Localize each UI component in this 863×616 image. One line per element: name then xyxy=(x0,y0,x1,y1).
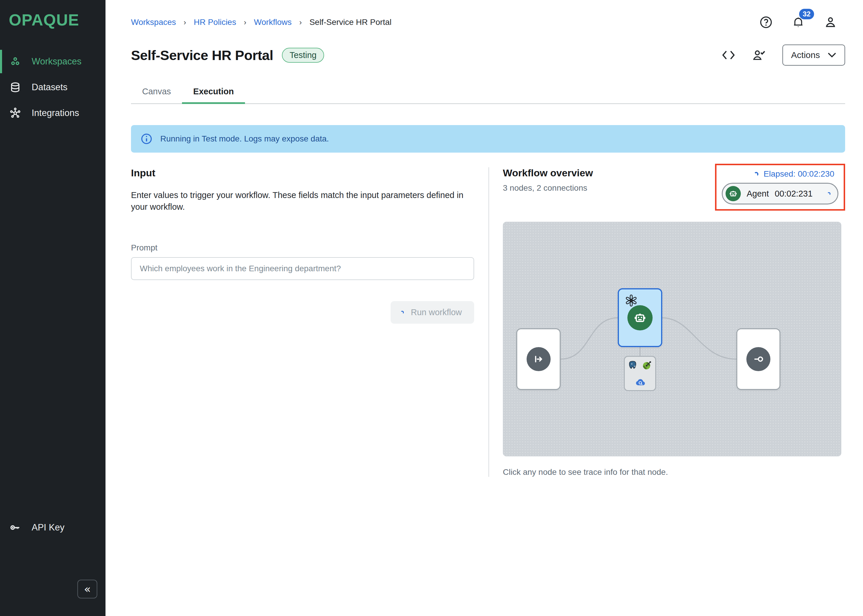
workflow-overview-section: Workflow overview 3 nodes, 2 connections… xyxy=(489,167,845,477)
input-section: Input Enter values to trigger your workf… xyxy=(131,167,488,477)
notifications-button[interactable]: 32 xyxy=(791,15,805,29)
actions-button[interactable]: Actions xyxy=(783,44,845,66)
sidebar-item-api-key[interactable]: API Key xyxy=(0,515,106,541)
postgresql-icon xyxy=(628,360,639,371)
agent-tools-box[interactable] xyxy=(624,356,656,391)
code-icon xyxy=(721,49,735,61)
account-button[interactable] xyxy=(824,15,838,29)
cloud-search-icon xyxy=(635,378,646,387)
banner-text: Running in Test mode. Logs may expose da… xyxy=(160,134,329,143)
breadcrumb-link-workspaces[interactable]: Workspaces xyxy=(131,17,176,27)
breadcrumb-link-hr-policies[interactable]: HR Policies xyxy=(194,17,236,27)
page-title: Self-Service HR Portal xyxy=(131,47,273,63)
agent-robot-icon xyxy=(627,305,653,330)
sidebar: OPAQUE Workspaces Datasets xyxy=(0,0,106,616)
code-view-button[interactable] xyxy=(721,48,735,62)
sidebar-item-label: Workspaces xyxy=(31,56,82,67)
input-description: Enter values to trigger your workflow. T… xyxy=(131,189,465,213)
input-node[interactable] xyxy=(517,328,561,390)
notification-badge: 32 xyxy=(799,9,814,19)
agent-pill-label: Agent xyxy=(746,189,769,199)
person-icon xyxy=(824,16,837,29)
dartboard-icon xyxy=(642,360,652,371)
run-workflow-label: Run workflow xyxy=(411,308,462,317)
info-icon xyxy=(140,133,153,145)
elapsed-spinner-icon xyxy=(754,172,758,176)
tab-canvas[interactable]: Canvas xyxy=(131,83,182,104)
input-node-icon xyxy=(527,347,551,371)
share-access-button[interactable] xyxy=(752,48,766,62)
prompt-label: Prompt xyxy=(131,243,474,253)
breadcrumb: Workspaces › HR Policies › Workflows › S… xyxy=(131,17,392,27)
agent-spinner-icon xyxy=(827,192,830,195)
agent-pill-time: 00:02:231 xyxy=(775,189,813,199)
elapsed-time: Elapsed: 00:02:230 xyxy=(764,169,834,179)
output-node-icon xyxy=(746,347,770,371)
overview-heading: Workflow overview xyxy=(503,167,593,179)
breadcrumb-link-workflows[interactable]: Workflows xyxy=(254,17,292,27)
robot-icon xyxy=(726,186,741,201)
sidebar-item-workspaces[interactable]: Workspaces xyxy=(0,49,106,74)
sidebar-item-label: Integrations xyxy=(31,108,79,118)
run-spinner-icon xyxy=(401,311,404,314)
sidebar-item-integrations[interactable]: Integrations xyxy=(0,100,106,126)
test-mode-banner: Running in Test mode. Logs may expose da… xyxy=(131,125,845,152)
help-button[interactable] xyxy=(759,15,773,29)
sidebar-collapse-button[interactable]: « xyxy=(77,580,97,599)
openai-icon xyxy=(625,294,638,307)
canvas-caption: Click any node to see trace info for tha… xyxy=(503,467,845,477)
input-heading: Input xyxy=(131,167,474,179)
sidebar-nav: Workspaces Datasets Integra xyxy=(0,49,106,126)
breadcrumb-current: Self-Service HR Portal xyxy=(309,17,392,27)
sidebar-item-label: API Key xyxy=(31,522,65,533)
sidebar-item-datasets[interactable]: Datasets xyxy=(0,74,106,100)
breadcrumb-separator: › xyxy=(184,18,186,27)
output-node[interactable] xyxy=(736,328,780,390)
run-workflow-button[interactable]: Run workflow xyxy=(391,301,474,324)
person-check-icon xyxy=(752,48,766,62)
main-content: Workspaces › HR Policies › Workflows › S… xyxy=(106,0,863,616)
tab-bar: Canvas Execution xyxy=(131,83,845,104)
workflow-canvas[interactable] xyxy=(503,222,841,456)
timing-annotation-box: Elapsed: 00:02:230 xyxy=(715,164,845,211)
agent-node[interactable] xyxy=(618,288,662,347)
overview-subtitle: 3 nodes, 2 connections xyxy=(503,183,593,193)
actions-button-label: Actions xyxy=(791,50,820,60)
chevron-down-icon xyxy=(828,52,836,58)
agent-timer-pill[interactable]: Agent 00:02:231 xyxy=(722,183,838,204)
key-icon xyxy=(9,521,22,534)
status-badge: Testing xyxy=(282,48,324,63)
workspaces-dots-icon xyxy=(9,55,22,68)
app-logo: OPAQUE xyxy=(0,0,106,29)
prompt-input[interactable] xyxy=(131,257,474,280)
sidebar-item-label: Datasets xyxy=(31,82,68,93)
breadcrumb-separator: › xyxy=(244,18,246,27)
help-icon xyxy=(759,15,773,29)
breadcrumb-separator: › xyxy=(299,18,302,27)
hub-icon xyxy=(9,107,22,119)
database-icon xyxy=(9,81,22,94)
tab-execution[interactable]: Execution xyxy=(182,83,245,104)
